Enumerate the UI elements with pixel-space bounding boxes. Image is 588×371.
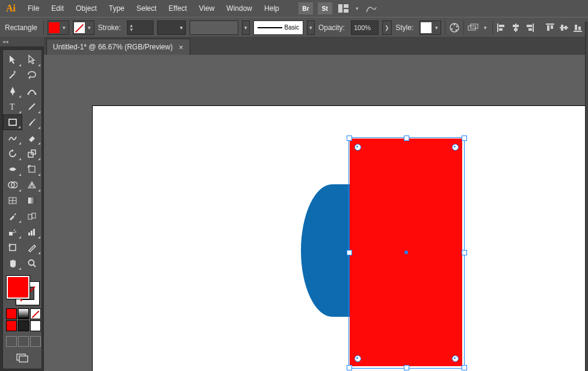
symbol-sprayer-tool[interactable]: [3, 224, 22, 240]
selection-handle-tl[interactable]: [347, 136, 352, 141]
selection-handle-br[interactable]: [462, 365, 467, 370]
corner-widget-tl[interactable]: [354, 144, 361, 151]
brush-disabled-dropdown[interactable]: ▾: [242, 20, 250, 35]
menu-file[interactable]: File: [22, 0, 45, 17]
recolor-artwork-button[interactable]: [449, 21, 460, 34]
perspective-grid-tool[interactable]: [22, 177, 42, 193]
stock-button[interactable]: St: [317, 2, 333, 15]
menu-type[interactable]: Type: [103, 0, 131, 17]
direct-selection-tool[interactable]: [22, 52, 42, 67]
rotate-tool[interactable]: [3, 146, 22, 161]
align-hcenter-button[interactable]: [510, 21, 521, 34]
style-dropdown-icon[interactable]: ▾: [432, 21, 441, 34]
corner-widget-tr[interactable]: [452, 144, 459, 151]
zoom-tool[interactable]: [22, 255, 42, 271]
menu-view[interactable]: View: [193, 0, 221, 17]
close-tab-icon[interactable]: ×: [179, 43, 184, 52]
free-transform-tool[interactable]: [22, 161, 42, 177]
menu-help[interactable]: Help: [258, 0, 285, 17]
artboard-tool[interactable]: [3, 240, 22, 255]
blend-tool[interactable]: [22, 208, 42, 224]
stroke-swatch-button[interactable]: ▾: [73, 20, 94, 35]
eyedropper-tool[interactable]: [3, 208, 22, 224]
curvature-tool[interactable]: [22, 83, 42, 99]
scale-tool[interactable]: [22, 146, 42, 161]
style-swatch[interactable]: ▾: [419, 20, 441, 35]
selection-handle-tr[interactable]: [462, 136, 467, 141]
fill-dropdown-icon[interactable]: ▾: [60, 21, 69, 34]
svg-rect-11: [499, 25, 504, 27]
draw-normal[interactable]: [6, 336, 17, 347]
stroke-weight-stepper[interactable]: ▴▾: [127, 20, 154, 35]
mesh-tool[interactable]: [3, 193, 22, 208]
gpu-preview-icon[interactable]: [364, 2, 379, 14]
arrange-documents-dropdown[interactable]: ▾: [354, 2, 361, 14]
rectangle-tool[interactable]: [3, 114, 22, 130]
gradient-tool[interactable]: [22, 193, 42, 208]
canvas-viewport[interactable]: [44, 55, 588, 371]
pen-tool[interactable]: [3, 83, 22, 99]
color-mode-none[interactable]: [30, 308, 41, 319]
magic-wand-tool[interactable]: [3, 67, 22, 83]
variable-width-profile[interactable]: ▾: [157, 20, 186, 35]
fill-stroke-indicator[interactable]: [5, 275, 39, 305]
width-tool[interactable]: [3, 161, 22, 177]
lasso-tool[interactable]: [22, 67, 42, 83]
quick-swatches: [6, 320, 42, 331]
menu-window[interactable]: Window: [220, 0, 258, 17]
swatch-3[interactable]: [30, 320, 41, 331]
line-segment-tool[interactable]: [22, 99, 42, 114]
swatch-2[interactable]: [18, 320, 29, 331]
type-tool[interactable]: T: [3, 99, 22, 114]
selection-tool[interactable]: [3, 52, 22, 67]
column-graph-tool[interactable]: [22, 224, 42, 240]
fill-indicator[interactable]: [7, 276, 29, 299]
color-mode-gradient[interactable]: [18, 308, 29, 319]
eraser-tool[interactable]: [22, 130, 42, 146]
draw-behind[interactable]: [18, 336, 29, 347]
menu-object[interactable]: Object: [70, 0, 103, 17]
align-left-button[interactable]: [497, 21, 507, 34]
shape-builder-tool[interactable]: [3, 177, 22, 193]
align-vcenter-button[interactable]: [559, 21, 569, 34]
align-panel-button[interactable]: [468, 21, 478, 34]
fill-swatch-button[interactable]: ▾: [48, 20, 69, 35]
toolbox-collapse-strip[interactable]: ◂◂: [0, 37, 46, 47]
selection-handle-tc[interactable]: [404, 136, 409, 141]
arrange-documents-button[interactable]: [336, 2, 351, 14]
slice-tool[interactable]: [22, 240, 42, 255]
align-dropdown[interactable]: ▾: [482, 21, 489, 34]
selection-center-point[interactable]: [404, 251, 408, 254]
corner-widget-bl[interactable]: [354, 355, 361, 362]
bridge-button[interactable]: Br: [298, 2, 314, 15]
align-right-button[interactable]: [524, 21, 534, 34]
draw-inside[interactable]: [30, 336, 41, 347]
right-panel-strip[interactable]: [585, 22, 588, 371]
menu-select[interactable]: Select: [131, 0, 162, 17]
align-bottom-button[interactable]: [573, 21, 583, 34]
color-mode-solid[interactable]: [6, 308, 17, 319]
paintbrush-tool[interactable]: [22, 114, 42, 130]
selection-handle-mr[interactable]: [462, 250, 467, 255]
selection-handle-ml[interactable]: [347, 250, 352, 255]
svg-text:T: T: [10, 102, 15, 111]
artboard[interactable]: [92, 105, 588, 371]
screen-mode-button[interactable]: [16, 353, 29, 363]
align-top-button[interactable]: [545, 21, 555, 34]
menu-edit[interactable]: Edit: [45, 0, 70, 17]
shaper-tool[interactable]: [3, 130, 22, 146]
document-tab[interactable]: Untitled-1* @ 66.67% (RGB/Preview) ×: [46, 39, 190, 55]
swatch-1[interactable]: [6, 320, 17, 331]
opacity-dropdown[interactable]: ❯: [382, 20, 392, 35]
svg-line-34: [29, 104, 35, 110]
menu-effect[interactable]: Effect: [162, 0, 193, 17]
stroke-dropdown-icon[interactable]: ▾: [85, 21, 94, 34]
brush-definition[interactable]: Basic: [253, 20, 303, 35]
selection-handle-bl[interactable]: [347, 365, 352, 370]
brush-dropdown[interactable]: ▾: [307, 20, 315, 35]
opacity-field[interactable]: 100%: [351, 20, 379, 35]
selection-handle-bc[interactable]: [404, 365, 409, 370]
svg-point-5: [456, 25, 458, 27]
hand-tool[interactable]: [3, 255, 22, 271]
corner-widget-br[interactable]: [452, 355, 459, 362]
